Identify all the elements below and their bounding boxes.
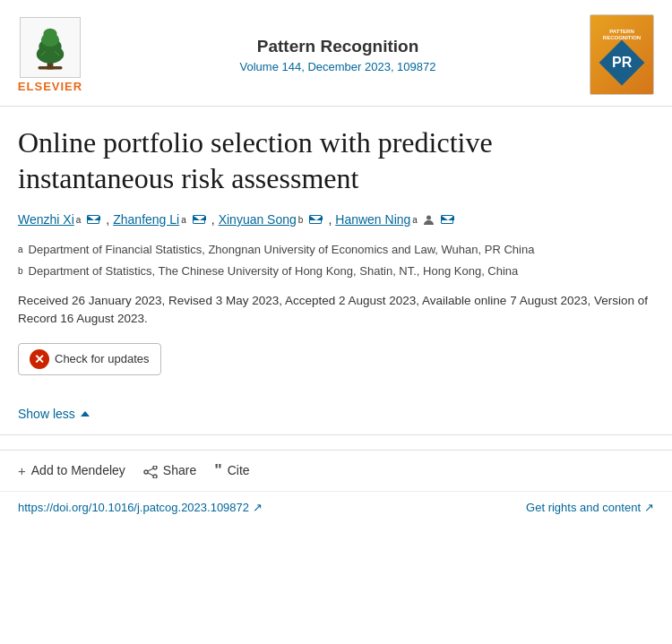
share-button[interactable]: Share [143,462,196,477]
share-label: Share [163,463,196,477]
email-icon-xinyuan[interactable] [309,215,322,224]
elsevier-tree-image [20,17,81,78]
article-title: Online portfolio selection with predicti… [18,125,654,196]
affiliations: a Department of Financial Statistics, Zh… [18,241,654,279]
check-updates-label: Check for updates [55,352,150,365]
journal-title: Pattern Recognition [104,37,572,56]
svg-point-9 [153,466,157,469]
rights-text: Get rights and content [526,501,641,514]
rights-external-icon: ↗ [644,501,654,514]
authors-line: Wenzhi Xia , Zhanfeng Lia , Xinyuan Song… [18,212,654,227]
bottom-actions: + Add to Mendeley Share " Cite [0,450,672,491]
check-updates-button[interactable]: ✕ Check for updates [18,343,161,375]
top-bar: ELSEVIER Pattern Recognition Volume 144,… [0,0,672,107]
svg-line-12 [148,468,153,471]
main-content: Online portfolio selection with predicti… [0,107,672,391]
journal-volume: Volume 144, December 2023, 109872 [104,60,572,73]
email-icon-wenzhi[interactable] [87,215,99,224]
quote-icon: " [214,461,222,480]
author-wenzhi-xi[interactable]: Wenzhi Xi [18,212,74,227]
journal-info: Pattern Recognition Volume 144, December… [86,37,590,73]
email-icon-hanwen[interactable] [441,215,453,224]
svg-rect-1 [38,66,62,69]
person-icon-hanwen [423,214,435,226]
affiliation-a-text: Department of Financial Statistics, Zhon… [29,241,535,259]
show-less-area: Show less [0,395,672,434]
svg-point-11 [144,470,148,474]
author-hanwen-ning[interactable]: Hanwen Ning [335,212,410,227]
author-xinyuan-song[interactable]: Xinyuan Song [219,212,297,227]
doi-external-icon: ↗ [253,501,263,514]
affiliation-b: b Department of Statistics, The Chinese … [18,262,654,280]
svg-point-8 [426,215,431,219]
doi-link[interactable]: https://doi.org/10.1016/j.patcog.2023.10… [18,501,263,514]
svg-point-5 [43,29,56,39]
divider-actions [0,434,672,435]
rights-link[interactable]: Get rights and content ↗ [526,501,654,514]
doi-text: https://doi.org/10.1016/j.patcog.2023.10… [18,501,249,514]
cite-button[interactable]: " Cite [214,461,249,480]
bottom-links: https://doi.org/10.1016/j.patcog.2023.10… [0,491,672,523]
show-less-label: Show less [18,407,75,421]
journal-cover-diamond: PR [599,40,645,86]
crossmark-icon: ✕ [30,349,49,369]
svg-line-13 [148,473,153,476]
affiliation-b-text: Department of Statistics, The Chinese Un… [29,262,519,280]
share-icon [143,462,158,477]
add-mendeley-label: Add to Mendeley [31,463,125,477]
show-less-link[interactable]: Show less [18,407,90,421]
dates-line: Received 26 January 2023, Revised 3 May … [18,292,654,329]
author-zhanfeng-li[interactable]: Zhanfeng Li [113,212,179,227]
svg-point-10 [153,475,157,478]
elsevier-logo: ELSEVIER [14,17,86,93]
add-mendeley-button[interactable]: + Add to Mendeley [18,463,125,478]
journal-cover-image: PATTERNRECOGNITION PR [590,14,654,95]
plus-icon: + [18,463,26,478]
email-icon-zhanfeng[interactable] [193,215,205,224]
affiliation-a: a Department of Financial Statistics, Zh… [18,241,654,259]
cite-label: Cite [228,463,250,477]
chevron-up-icon [81,411,90,416]
elsevier-brand-name: ELSEVIER [18,80,82,93]
